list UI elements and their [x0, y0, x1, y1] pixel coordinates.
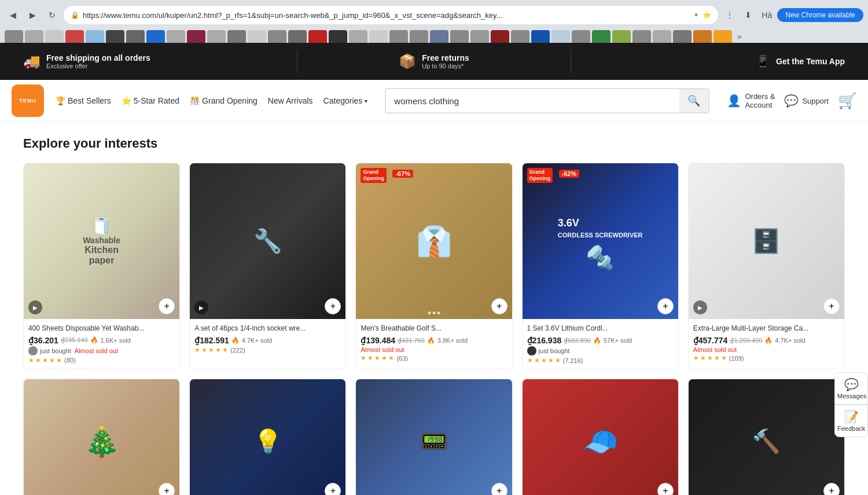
best-sellers-link[interactable]: 🏆 Best Sellers — [56, 96, 111, 105]
categories-link[interactable]: Categories ▾ — [323, 96, 368, 105]
price-4: ₫216.938 — [527, 336, 562, 345]
tab-swatch[interactable] — [146, 30, 165, 43]
tab-swatch[interactable] — [632, 30, 651, 43]
tab-swatch[interactable] — [592, 30, 610, 43]
tab-swatch[interactable] — [410, 30, 428, 43]
tab-swatch[interactable] — [470, 30, 489, 43]
tab-swatch[interactable] — [167, 30, 185, 43]
tab-swatch[interactable] — [106, 30, 124, 43]
tab-swatch[interactable] — [45, 30, 64, 43]
tab-swatch[interactable] — [673, 30, 692, 43]
product-card-1[interactable]: 🧻 Washable Kitchen paper ▶ + 400 Sheets … — [23, 163, 180, 369]
add-to-cart-button-4[interactable]: + — [657, 298, 674, 314]
product-info-3: Men's Breathable Golf S... ₫139.484 ₫431… — [356, 319, 512, 366]
tab-swatch[interactable] — [653, 30, 671, 43]
support-button[interactable]: 💬 Support — [784, 94, 829, 108]
tab-swatch[interactable] — [713, 30, 732, 43]
feedback-widget[interactable]: 📝 Feedback — [834, 405, 868, 437]
tab-swatch[interactable] — [126, 30, 145, 43]
categories-label: Categories — [323, 96, 363, 105]
product-card-6[interactable]: 🎄 + — [23, 379, 180, 495]
review-count-3: (63) — [396, 355, 408, 362]
temu-logo[interactable]: TEMU — [12, 85, 44, 117]
tab-swatch[interactable] — [612, 30, 631, 43]
tab-swatch[interactable] — [491, 30, 509, 43]
tab-swatch[interactable] — [572, 30, 590, 43]
add-to-cart-button-10[interactable]: + — [823, 483, 840, 495]
forward-button[interactable]: ▶ — [24, 7, 41, 23]
tab-swatch[interactable] — [349, 30, 367, 43]
tab-swatch[interactable] — [693, 30, 712, 43]
tab-swatch[interactable] — [329, 30, 347, 43]
tab-swatch[interactable] — [551, 30, 570, 43]
tab-swatch[interactable] — [65, 30, 84, 43]
product-card-10[interactable]: 🔨 + — [688, 379, 845, 495]
almost-sold-out-1: Almost sold out — [75, 347, 118, 354]
search-button[interactable]: 🔍 — [679, 89, 708, 112]
product-grid-row1: 🧻 Washable Kitchen paper ▶ + 400 Sheets … — [23, 163, 845, 369]
profile-button[interactable]: Hà — [759, 7, 775, 23]
tab-swatch[interactable] — [86, 30, 104, 43]
add-to-cart-button-7[interactable]: + — [325, 483, 341, 495]
address-bar[interactable]: 🔒 https://www.temu.com/ul/kuiper/un2.htm… — [64, 6, 718, 24]
cart-button[interactable]: 🛒 — [838, 92, 856, 110]
tab-swatch[interactable] — [288, 30, 307, 43]
product-card-8[interactable]: 📟 + — [355, 379, 512, 495]
messages-widget[interactable]: 💬 Messages — [834, 372, 868, 405]
product-card-7[interactable]: 💡 + — [189, 379, 346, 495]
product-card-5[interactable]: 🗄️ ▶ + Extra-Large Multi-Layer Storage C… — [688, 163, 845, 369]
orders-account-button[interactable]: 👤 Orders & Account — [727, 92, 775, 109]
price-1: ₫36.201 — [28, 336, 58, 345]
product-card-2[interactable]: 🔧 ▶ + A set of 46pcs 1/4-inch socket wre… — [189, 163, 346, 369]
star-half: ★ — [721, 354, 727, 362]
add-to-cart-button-5[interactable]: + — [823, 298, 840, 314]
grand-opening-link[interactable]: 🎊 Grand Opening — [190, 96, 258, 105]
add-to-cart-button-9[interactable]: + — [657, 483, 674, 495]
star: ★ — [42, 357, 48, 364]
star: ★ — [707, 354, 713, 362]
download-button[interactable]: ⬇ — [740, 7, 756, 23]
just-bought-1: just bought — [28, 346, 71, 355]
tab-swatch[interactable] — [531, 30, 550, 43]
tab-swatch[interactable] — [187, 30, 205, 43]
tab-swatch[interactable] — [5, 30, 23, 43]
original-price-3: ₫431.769 — [398, 337, 425, 344]
search-input[interactable] — [386, 96, 679, 106]
grand-opening-badge-4: GrandOpening — [527, 168, 553, 183]
tab-swatch[interactable] — [308, 30, 327, 43]
new-arrivals-link[interactable]: New Arrivals — [268, 96, 313, 105]
new-chrome-button[interactable]: New Chrome available — [777, 8, 863, 22]
original-price-5: ₫1.259.490 — [730, 337, 762, 344]
fire-icon-2: 🔥 — [231, 337, 240, 344]
tab-swatch[interactable] — [207, 30, 226, 43]
refresh-button[interactable]: ↻ — [44, 7, 60, 23]
sold-count-1: 1.6K+ sold — [101, 337, 131, 344]
tab-swatch[interactable] — [248, 30, 266, 43]
tab-swatch[interactable] — [268, 30, 286, 43]
just-bought-4: just bought — [527, 346, 570, 355]
product-card-3[interactable]: 👔 GrandOpening -67% + Men's Breathable G… — [355, 163, 512, 369]
product-card-4[interactable]: 3.6V CORDLESS SCREWDRIVER 🔩 GrandOpening… — [522, 163, 679, 369]
status-row-5: Almost sold out — [693, 346, 840, 353]
tab-swatch[interactable] — [227, 30, 246, 43]
tab-swatch[interactable] — [25, 30, 43, 43]
add-to-cart-button-6[interactable]: + — [159, 483, 175, 495]
star: ★ — [534, 357, 540, 364]
app-banner[interactable]: 📱 Get the Temu App — [571, 54, 845, 68]
more-tabs-button[interactable]: » — [734, 32, 745, 41]
back-button[interactable]: ◀ — [5, 7, 21, 23]
grand-opening-badge-3: GrandOpening — [361, 168, 387, 183]
tab-swatch[interactable] — [369, 30, 388, 43]
tab-swatch[interactable] — [389, 30, 408, 43]
product-card-9[interactable]: 🧢 + — [522, 379, 679, 495]
add-to-cart-button-3[interactable]: + — [491, 298, 507, 314]
extensions-button[interactable]: ⋮ — [722, 7, 738, 23]
tab-swatch[interactable] — [430, 30, 448, 43]
add-to-cart-button-8[interactable]: + — [491, 483, 507, 495]
tab-swatch[interactable] — [511, 30, 529, 43]
star-half: ★ — [222, 346, 228, 354]
returns-icon: 📦 — [399, 53, 416, 69]
tab-swatch[interactable] — [450, 30, 469, 43]
product-title-3: Men's Breathable Golf S... — [361, 324, 507, 333]
five-star-link[interactable]: ⭐ 5-Star Rated — [122, 96, 179, 105]
